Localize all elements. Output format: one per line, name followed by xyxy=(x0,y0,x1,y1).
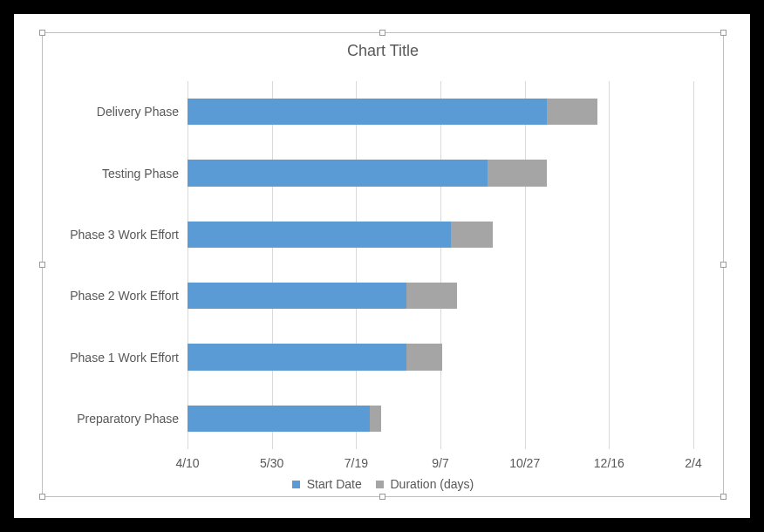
gridline xyxy=(272,81,273,449)
legend-item-duration[interactable]: Duration (days) xyxy=(376,476,474,491)
bar-segment-duration[interactable] xyxy=(547,99,597,125)
chart-object[interactable]: Chart Title 4/105/307/199/710/2712/162/4… xyxy=(43,33,723,496)
bar-segment-start[interactable] xyxy=(188,222,451,248)
legend-label-duration: Duration (days) xyxy=(391,477,474,491)
chart-title[interactable]: Chart Title xyxy=(43,42,723,60)
legend-item-start[interactable]: Start Date xyxy=(292,476,362,491)
gridline xyxy=(693,81,694,449)
bar-segment-start[interactable] xyxy=(188,283,406,309)
x-axis-label: 10/27 xyxy=(509,456,540,470)
chart-selection-frame[interactable]: Chart Title 4/105/307/199/710/2712/162/4… xyxy=(42,32,724,497)
bar-segment-duration[interactable] xyxy=(406,283,457,309)
x-axis-label: 2/4 xyxy=(685,456,701,470)
x-axis-label: 5/30 xyxy=(260,456,283,470)
bar-segment-start[interactable] xyxy=(188,99,547,125)
page-canvas: Chart Title 4/105/307/199/710/2712/162/4… xyxy=(14,14,750,518)
y-axis-label: Delivery Phase xyxy=(39,105,179,119)
bar-segment-start[interactable] xyxy=(188,344,406,370)
bar-row[interactable] xyxy=(188,160,693,186)
y-axis-label: Testing Phase xyxy=(39,167,179,181)
gridline xyxy=(440,81,441,449)
y-axis-label: Phase 2 Work Effort xyxy=(39,289,179,303)
x-axis-label: 9/7 xyxy=(432,456,448,470)
bar-row[interactable] xyxy=(188,99,693,125)
legend-swatch-duration xyxy=(376,481,384,488)
gridline xyxy=(188,81,188,449)
bar-segment-duration[interactable] xyxy=(370,406,382,432)
legend-label-start: Start Date xyxy=(307,477,362,491)
bar-segment-duration[interactable] xyxy=(406,344,442,370)
bar-row[interactable] xyxy=(188,283,693,309)
y-axis-label: Phase 1 Work Effort xyxy=(39,351,179,365)
legend[interactable]: Start Date Duration (days) xyxy=(43,476,723,491)
x-axis-label: 12/16 xyxy=(594,456,624,470)
bar-segment-start[interactable] xyxy=(188,406,370,432)
bar-row[interactable] xyxy=(188,344,693,370)
plot-area[interactable]: 4/105/307/199/710/2712/162/4Preparatory … xyxy=(188,81,693,449)
bar-row[interactable] xyxy=(188,406,693,432)
gridline xyxy=(356,81,357,449)
y-axis-label: Preparatory Phase xyxy=(39,412,179,426)
y-axis-label: Phase 3 Work Effort xyxy=(39,228,179,242)
plot-background: 4/105/307/199/710/2712/162/4Preparatory … xyxy=(188,81,693,449)
bar-segment-start[interactable] xyxy=(188,160,488,186)
x-axis-label: 4/10 xyxy=(175,456,199,470)
bar-row[interactable] xyxy=(188,222,693,248)
gridline xyxy=(525,81,526,449)
bar-segment-duration[interactable] xyxy=(451,222,493,248)
gridline xyxy=(609,81,610,449)
bar-segment-duration[interactable] xyxy=(488,160,547,186)
legend-swatch-start xyxy=(292,481,300,488)
x-axis-label: 7/19 xyxy=(344,456,368,470)
